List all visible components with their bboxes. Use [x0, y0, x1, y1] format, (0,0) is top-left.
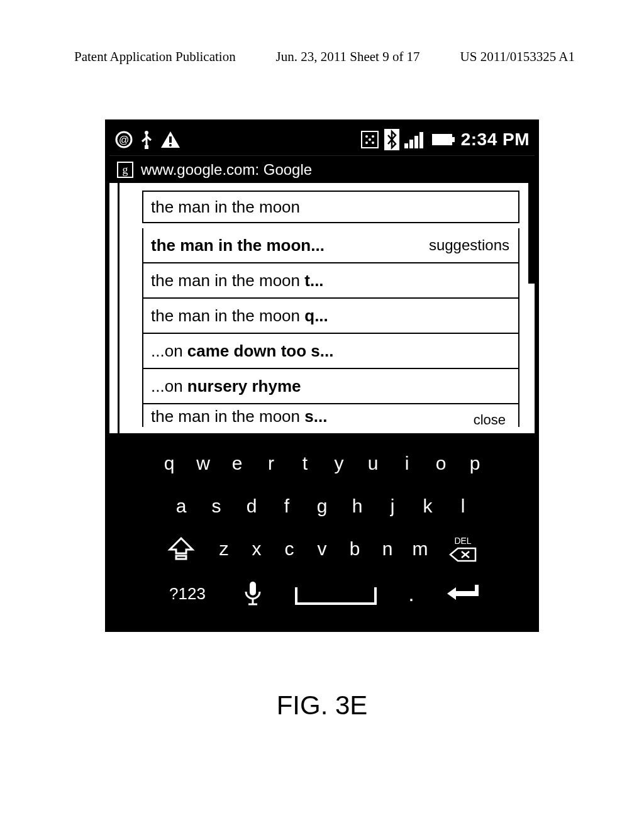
svg-rect-29	[250, 582, 256, 595]
svg-rect-19	[409, 140, 413, 148]
key-o[interactable]: o	[433, 453, 449, 474]
period-key[interactable]: .	[402, 582, 421, 606]
key-f[interactable]: f	[279, 495, 295, 517]
search-input[interactable]: the man in the moon	[142, 191, 519, 223]
key-j[interactable]: j	[384, 495, 401, 517]
svg-rect-22	[432, 134, 452, 145]
suggestion-row[interactable]: the man in the moon q...	[142, 299, 519, 334]
microphone-icon	[242, 580, 264, 607]
key-t[interactable]: t	[297, 453, 313, 474]
svg-rect-23	[452, 137, 455, 142]
status-bar: @ 2:34 PM	[109, 124, 535, 155]
left-gutter	[109, 183, 119, 433]
numbers-key[interactable]: ?123	[164, 584, 211, 604]
svg-point-13	[372, 135, 374, 138]
key-p[interactable]: p	[467, 453, 483, 474]
suggestion-text: the man in the moon s...	[151, 407, 327, 426]
bluetooth-icon	[384, 129, 399, 150]
key-k[interactable]: k	[419, 495, 436, 517]
suggestion-text: the man in the moon...	[151, 236, 325, 255]
search-query-text: the man in the moon	[151, 197, 300, 217]
header-left: Patent Application Publication	[74, 49, 236, 65]
scrollbar-thumb[interactable]	[528, 183, 535, 284]
warning-icon	[160, 130, 181, 149]
svg-marker-32	[447, 585, 479, 600]
signal-icon	[404, 131, 426, 148]
key-d[interactable]: d	[243, 495, 260, 517]
svg-rect-7	[145, 145, 148, 149]
suggestion-row[interactable]: ...on came down too s...	[142, 334, 519, 369]
key-l[interactable]: l	[455, 495, 471, 517]
suggestions-label: suggestions	[429, 236, 509, 254]
header-mid: Jun. 23, 2011 Sheet 9 of 17	[276, 49, 420, 65]
key-s[interactable]: s	[208, 495, 225, 517]
svg-rect-25	[176, 556, 186, 559]
soft-keyboard: q w e r t y u i o p a s d f g h j k l z	[109, 433, 535, 632]
enter-key[interactable]	[446, 584, 480, 604]
app-icon	[360, 130, 379, 149]
key-z[interactable]: z	[216, 538, 232, 560]
key-h[interactable]: h	[349, 495, 365, 517]
close-label[interactable]: close	[474, 412, 506, 427]
at-icon: @	[114, 130, 133, 149]
svg-point-12	[365, 135, 368, 138]
suggestion-row[interactable]: the man in the moon s... close	[142, 404, 519, 427]
suggestion-text: ...on came down too s...	[151, 341, 333, 361]
mic-key[interactable]	[236, 580, 270, 607]
space-key[interactable]	[295, 587, 377, 605]
keyboard-row-1: q w e r t y u i o p	[109, 442, 535, 485]
suggestion-text: the man in the moon t...	[151, 271, 324, 290]
delete-key[interactable]: DEL	[445, 536, 481, 562]
key-b[interactable]: b	[347, 538, 363, 560]
svg-rect-18	[404, 143, 408, 148]
key-u[interactable]: u	[365, 453, 381, 474]
suggestion-text: the man in the moon q...	[151, 306, 328, 326]
key-n[interactable]: n	[379, 538, 396, 560]
backspace-icon	[449, 547, 477, 562]
suggestion-text: ...on nursery rhyme	[151, 377, 301, 396]
key-q[interactable]: q	[161, 453, 177, 474]
usb-icon	[140, 129, 153, 150]
battery-icon	[431, 133, 456, 147]
key-c[interactable]: c	[281, 538, 297, 560]
header-right: US 2011/0153325 A1	[460, 49, 575, 65]
svg-point-14	[365, 141, 368, 144]
url-text: www.google.com: Google	[141, 161, 312, 179]
key-m[interactable]: m	[412, 538, 428, 560]
url-bar[interactable]: g www.google.com: Google	[109, 155, 535, 183]
svg-rect-21	[419, 132, 423, 148]
suggestion-row[interactable]: the man in the moon... suggestions	[142, 228, 519, 263]
key-r[interactable]: r	[263, 453, 279, 474]
key-i[interactable]: i	[399, 453, 415, 474]
clock-text: 2:34 PM	[461, 130, 530, 150]
figure-label: FIG. 3E	[0, 690, 644, 721]
key-g[interactable]: g	[314, 495, 330, 517]
key-x[interactable]: x	[248, 538, 265, 560]
svg-marker-26	[450, 548, 475, 561]
suggestion-row[interactable]: ...on nursery rhyme	[142, 369, 519, 404]
suggestion-row[interactable]: the man in the moon t...	[142, 263, 519, 299]
phone-frame: @ 2:34 PM g www.	[105, 119, 539, 632]
key-w[interactable]: w	[195, 453, 211, 474]
svg-marker-24	[170, 538, 192, 553]
browser-content: the man in the moon the man in the moon.…	[109, 183, 535, 433]
key-a[interactable]: a	[173, 495, 189, 517]
keyboard-row-3: z x c v b n m DEL	[109, 528, 535, 570]
key-v[interactable]: v	[314, 538, 330, 560]
favicon: g	[117, 162, 133, 178]
key-e[interactable]: e	[229, 453, 245, 474]
svg-point-10	[169, 144, 172, 147]
svg-point-15	[372, 141, 374, 144]
shift-key[interactable]	[163, 537, 199, 561]
key-y[interactable]: y	[331, 453, 347, 474]
svg-text:@: @	[119, 135, 129, 145]
keyboard-row-2: a s d f g h j k l	[109, 485, 535, 528]
svg-rect-20	[414, 136, 418, 148]
keyboard-row-4: ?123 .	[109, 570, 535, 617]
status-icons-right: 2:34 PM	[360, 129, 530, 150]
suggestions-panel: the man in the moon the man in the moon.…	[142, 191, 519, 427]
svg-point-16	[369, 138, 371, 141]
shift-icon	[167, 537, 195, 561]
status-icons-left: @	[114, 129, 181, 150]
patent-header: Patent Application Publication Jun. 23, …	[0, 49, 644, 65]
